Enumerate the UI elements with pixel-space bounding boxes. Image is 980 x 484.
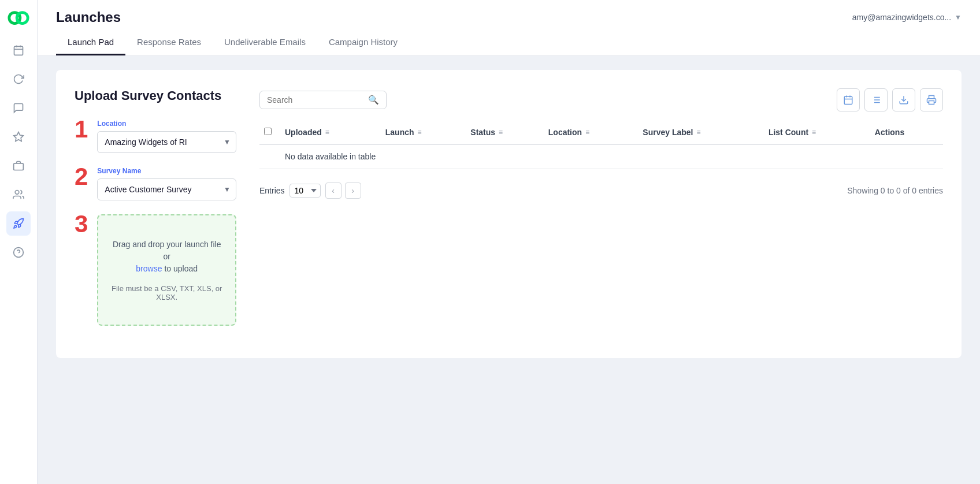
svg-rect-2	[14, 46, 23, 55]
col-uploaded: Uploaded ≡	[280, 121, 381, 144]
file-drop-zone[interactable]: Drag and drop your launch file or browse…	[97, 214, 236, 326]
location-select[interactable]: Amazing Widgets of RI	[97, 131, 236, 153]
upload-form: Upload Survey Contacts 1 Location Amazin…	[75, 88, 236, 340]
main-card: Upload Survey Contacts 1 Location Amazin…	[56, 70, 962, 358]
col-launch: Launch ≡	[381, 121, 466, 144]
status-sort-icon[interactable]: ≡	[499, 128, 503, 136]
step-2-number: 2	[75, 165, 88, 189]
sidebar-item-stars[interactable]	[6, 125, 31, 149]
page-title: Launches	[56, 9, 121, 25]
col-status: Status ≡	[466, 121, 543, 144]
toolbar-actions	[837, 88, 943, 111]
print-button[interactable]	[920, 88, 943, 111]
svg-point-1	[17, 13, 28, 24]
step-2-label: Survey Name	[97, 167, 236, 175]
chevron-down-icon: ▼	[955, 13, 962, 21]
search-input[interactable]	[267, 95, 363, 105]
svg-rect-22	[929, 101, 934, 105]
prev-page-button[interactable]: ‹	[325, 183, 341, 199]
main-content: Launches amy@amazingwidgets.co... ▼ Laun…	[38, 0, 980, 484]
data-table: Uploaded ≡ Launch ≡	[259, 121, 943, 169]
col-list-count: List Count ≡	[764, 121, 870, 144]
survey-name-select[interactable]: Active Customer Survey	[97, 178, 236, 200]
list-view-button[interactable]	[864, 88, 888, 111]
calendar-view-button[interactable]	[837, 88, 860, 111]
drop-zone-text: Drag and drop your launch file or browse…	[110, 239, 224, 275]
sidebar-item-calendar[interactable]	[6, 38, 31, 62]
sidebar-item-refresh[interactable]	[6, 67, 31, 91]
search-box[interactable]: 🔍	[259, 91, 387, 109]
no-data-row: No data available in table	[259, 144, 943, 169]
header: Launches amy@amazingwidgets.co... ▼ Laun…	[38, 0, 980, 56]
next-page-button[interactable]: ›	[345, 183, 361, 199]
download-button[interactable]	[892, 88, 915, 111]
svg-rect-11	[844, 96, 852, 105]
svg-marker-6	[14, 132, 24, 142]
page-body: Upload Survey Contacts 1 Location Amazin…	[38, 56, 980, 484]
sidebar-item-briefcase[interactable]	[6, 154, 31, 178]
table-toolbar: 🔍	[259, 88, 943, 111]
entries-control: Entries 10 25 50 100 ‹ ›	[259, 183, 361, 199]
col-survey-label: Survey Label ≡	[638, 121, 764, 144]
step-1-number: 1	[75, 117, 88, 142]
step-3-number: 3	[75, 212, 88, 236]
sidebar-item-launch[interactable]	[6, 211, 31, 236]
sidebar-item-help[interactable]	[6, 240, 31, 265]
step-3: 3 Drag and drop your launch file or brow…	[75, 214, 236, 326]
table-area: 🔍	[259, 88, 943, 340]
user-menu[interactable]: amy@amazingwidgets.co... ▼	[852, 13, 962, 22]
page-nav: ‹ ›	[325, 183, 361, 199]
step-2: 2 Survey Name Active Customer Survey ▼	[75, 167, 236, 200]
entries-select[interactable]: 10 25 50 100	[289, 184, 321, 198]
browse-link[interactable]: browse	[136, 264, 162, 273]
svg-point-8	[15, 191, 19, 195]
nav-tabs: Launch Pad Response Rates Undeliverable …	[56, 30, 962, 55]
svg-rect-7	[14, 163, 24, 170]
tab-undeliverable-emails[interactable]: Undeliverable Emails	[213, 30, 317, 55]
sidebar-item-messages[interactable]	[6, 96, 31, 120]
list-count-sort-icon[interactable]: ≡	[812, 128, 816, 136]
uploaded-sort-icon[interactable]: ≡	[325, 128, 329, 136]
step-1: 1 Location Amazing Widgets of RI ▼	[75, 120, 236, 153]
col-actions: Actions	[870, 121, 943, 144]
pagination-bar: Entries 10 25 50 100 ‹ ›	[259, 183, 943, 199]
tab-campaign-history[interactable]: Campaign History	[317, 30, 409, 55]
step-1-label: Location	[97, 120, 236, 128]
no-data-message: No data available in table	[280, 144, 943, 169]
select-all-checkbox[interactable]	[264, 128, 272, 135]
sidebar	[0, 0, 38, 484]
location-sort-icon[interactable]: ≡	[585, 128, 589, 136]
search-icon: 🔍	[368, 95, 379, 105]
sidebar-item-users[interactable]	[6, 183, 31, 207]
drop-zone-hint: File must be a CSV, TXT, XLS, or XLSX.	[110, 284, 224, 301]
drop-link-suffix: to upload	[162, 264, 198, 273]
col-location: Location ≡	[544, 121, 639, 144]
select-all-col	[259, 121, 280, 144]
upload-form-title: Upload Survey Contacts	[75, 88, 236, 103]
entries-label: Entries	[259, 186, 285, 195]
app-logo[interactable]	[8, 7, 29, 29]
user-email: amy@amazingwidgets.co...	[852, 13, 951, 22]
tab-response-rates[interactable]: Response Rates	[125, 30, 213, 55]
showing-text: Showing 0 to 0 of 0 entries	[847, 186, 943, 195]
survey-label-sort-icon[interactable]: ≡	[697, 128, 701, 136]
launch-sort-icon[interactable]: ≡	[418, 128, 422, 136]
tab-launch-pad[interactable]: Launch Pad	[56, 30, 125, 55]
